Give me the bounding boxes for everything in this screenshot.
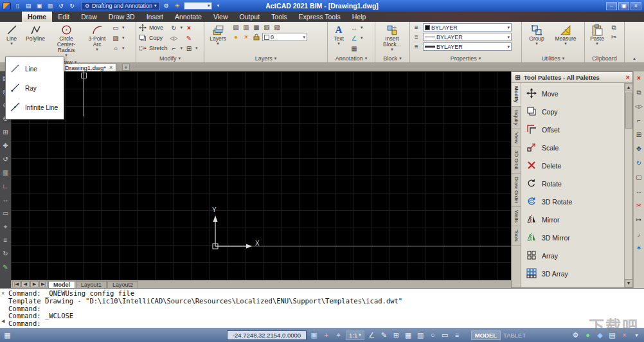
annotate-pencil-icon[interactable]: ✎ [379, 330, 389, 340]
modify-panel-label[interactable]: Modify▾ [136, 55, 204, 62]
layer-properties-icon[interactable]: ▤ [231, 23, 240, 32]
stretch-icon[interactable]: ↔ [635, 187, 643, 195]
palette-item-3d-mirror[interactable]: 3D Mirror [523, 229, 623, 247]
layers-panel-label[interactable]: Layers▾ [204, 55, 327, 62]
menu-insert[interactable]: Insert [141, 12, 169, 22]
leader-tool[interactable]: ∠▾ [350, 33, 363, 42]
extend-icon[interactable]: ↦ [635, 215, 643, 224]
annotation-scale-chip[interactable]: 1:1 ▾ [346, 330, 364, 340]
insert-block-button[interactable]: Insert Block... ▾ [377, 23, 407, 52]
fillet-tool[interactable]: ⌐▾ [170, 44, 183, 53]
open-file-icon[interactable]: ▤ [24, 2, 33, 10]
menu-express-tools[interactable]: Express Tools [293, 12, 346, 22]
list-icon[interactable]: ≡ [1, 236, 10, 244]
properties-toggle-icon[interactable]: ≡ [412, 42, 421, 51]
palette-scrollbar[interactable]: ▲ ▼ [624, 83, 632, 287]
match-properties-icon[interactable]: ≡ [412, 23, 421, 32]
ellipse-tool[interactable]: ○▾ [111, 44, 125, 53]
layer-lock-icon[interactable] [252, 33, 261, 41]
tablet-toggle[interactable]: TABLET [503, 332, 526, 339]
dropdown-item-line[interactable]: Line [6, 59, 64, 78]
qat-dropdown-icon[interactable]: ▾ [214, 2, 223, 10]
palette-tab-view[interactable]: View [512, 129, 521, 147]
brightness-icon[interactable]: ☀ [173, 2, 182, 10]
erase-tool[interactable]: × [184, 23, 198, 32]
properties-toggle-icon[interactable]: ≡ [452, 330, 462, 340]
tab-layout2[interactable]: Layout2 [107, 281, 138, 288]
palette-header[interactable]: ⊞ Tool Palettes - All Palettes × [512, 72, 632, 83]
palette-item-scale[interactable]: Scale [523, 139, 623, 157]
dropdown-item-ray[interactable]: Ray [6, 78, 64, 98]
trim-icon[interactable]: ✂ [635, 201, 643, 210]
settings-gear-icon[interactable]: ⚙ [162, 2, 171, 10]
id-point-icon[interactable]: ⌖ [1, 222, 10, 231]
arc-button[interactable]: 3-Point Arc ▾ [85, 23, 109, 52]
area-icon[interactable]: ▭ [1, 209, 10, 217]
named-views-icon[interactable]: ▥ [1, 168, 10, 177]
ucs-tool-icon[interactable]: ∟ [1, 182, 10, 190]
copy-clip-icon[interactable]: ⧉ [609, 23, 618, 32]
table-tool[interactable]: ▦ [350, 44, 363, 53]
tab-layout1[interactable]: Layout1 [76, 281, 107, 288]
next-tab-icon[interactable]: ▶ [30, 281, 39, 287]
redo-icon[interactable]: ↻ [67, 2, 76, 10]
first-tab-icon[interactable]: |◀ [12, 281, 21, 287]
rectangle-tool[interactable]: ▭▾ [111, 23, 125, 32]
app-icon[interactable] [3, 2, 11, 10]
edit-tool[interactable]: ✎ [184, 33, 198, 42]
offset-icon[interactable]: ⌐ [635, 116, 643, 125]
close-button[interactable]: × [631, 2, 641, 10]
scroll-down-icon[interactable]: ▼ [625, 279, 633, 287]
quick-properties-icon[interactable]: ▣ [309, 330, 319, 340]
menu-draw[interactable]: Draw [75, 12, 103, 22]
maximize-button[interactable]: ▣ [618, 2, 629, 10]
utilities-panel-label[interactable]: Utilities▾ [522, 55, 584, 62]
snap-icon[interactable]: ⊞ [391, 330, 401, 340]
palette-tab-draw-order[interactable]: Draw Order [512, 174, 521, 207]
menu-output[interactable]: Output [234, 12, 266, 22]
layer-thaw-sun-icon[interactable]: ☀ [242, 33, 251, 41]
pan-icon[interactable]: ✥ [1, 141, 10, 150]
layer-previous-icon[interactable]: ▧ [262, 23, 271, 32]
gear-icon[interactable]: ⚙ [571, 330, 580, 340]
circle-button[interactable]: Circle Center-Radius ▾ [49, 23, 83, 58]
properties-panel-label[interactable]: Properties▾ [410, 55, 521, 62]
prev-tab-icon[interactable]: ◀ [21, 281, 30, 287]
rotate-tool[interactable]: ↻▾ [170, 23, 183, 32]
group-button[interactable]: Group ▾ [524, 23, 550, 46]
copy-button[interactable]: Copy [138, 33, 168, 42]
print-icon[interactable]: ▥ [46, 2, 55, 10]
menu-tools[interactable]: Tools [265, 12, 293, 22]
palette-item-rotate[interactable]: Rotate [523, 175, 623, 193]
array-icon[interactable]: ⊞ [635, 130, 643, 139]
menu-home[interactable]: Home [22, 12, 52, 22]
layer-isolate-icon[interactable]: ▦ [252, 23, 261, 32]
paste-button[interactable]: Paste ▾ [587, 23, 607, 46]
osnap-icon[interactable]: ○ [428, 330, 438, 340]
grid-toggle-icon[interactable]: ▦ [404, 330, 413, 340]
scroll-thumb[interactable] [625, 93, 632, 129]
dimension-tool[interactable]: ↔▾ [350, 23, 363, 32]
dropdown-item-infinite-line[interactable]: Infinite Line [6, 98, 64, 117]
color-select[interactable]: BYLAYER ▾ [423, 23, 512, 32]
array-tool[interactable]: ⊞▾ [184, 44, 198, 53]
palette-close-icon[interactable]: × [626, 73, 630, 81]
layer-match-icon[interactable]: ▨ [273, 23, 282, 32]
properties-list-icon[interactable]: ≡ [412, 33, 421, 41]
explode-icon[interactable]: ✶ [635, 244, 643, 252]
last-tab-icon[interactable]: ▶| [39, 281, 48, 287]
grid-corner-icon[interactable]: ▦ [3, 330, 12, 340]
layer-states-icon[interactable]: ▥ [242, 23, 251, 32]
menu-view[interactable]: View [208, 12, 234, 22]
command-history-icon[interactable]: ◀ [1, 318, 4, 324]
lineweight-toggle-icon[interactable]: ▭ [440, 330, 450, 340]
layer-select[interactable]: 0 ▾ [262, 33, 307, 41]
palette-item-mirror[interactable]: Mirror [523, 211, 623, 229]
palette-item-array[interactable]: Array [523, 247, 623, 265]
menu-help[interactable]: Help [346, 12, 372, 22]
mirror-icon[interactable]: ◁▷ [635, 102, 643, 111]
menu-edit[interactable]: Edit [52, 12, 75, 22]
palette-item-delete[interactable]: Delete [523, 157, 623, 175]
palette-item-offset[interactable]: Offset [523, 121, 623, 139]
line-button[interactable]: Line ▾ [2, 23, 21, 46]
